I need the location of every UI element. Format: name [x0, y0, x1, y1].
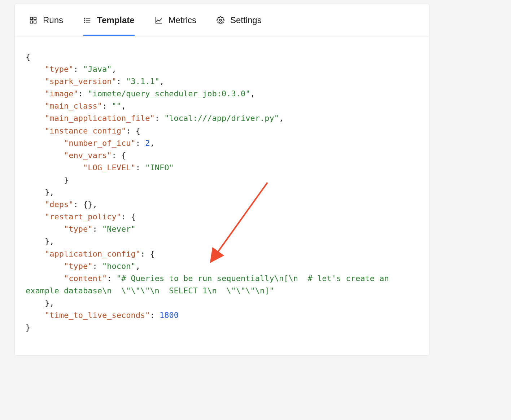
tab-label: Template	[97, 15, 135, 25]
svg-rect-1	[34, 17, 36, 19]
gear-icon	[217, 16, 224, 24]
svg-point-9	[84, 22, 85, 22]
tab-label: Settings	[230, 15, 262, 25]
tab-runs[interactable]: Runs	[29, 4, 63, 36]
code-block: { "type": "Java", "spark_version": "3.1.…	[26, 51, 418, 334]
svg-point-10	[219, 19, 222, 21]
svg-rect-0	[30, 17, 32, 19]
tab-template[interactable]: Template	[83, 4, 135, 36]
tab-settings[interactable]: Settings	[217, 4, 262, 36]
tab-metrics[interactable]: Metrics	[155, 4, 196, 36]
tab-bar: Runs Template Metrics	[15, 4, 429, 36]
svg-rect-3	[34, 21, 36, 23]
svg-point-8	[84, 20, 85, 21]
svg-point-7	[84, 18, 85, 18]
tab-label: Runs	[43, 15, 63, 25]
chart-icon	[155, 16, 163, 24]
config-panel: Runs Template Metrics	[14, 4, 429, 356]
list-icon	[83, 16, 91, 24]
template-code: { "type": "Java", "spark_version": "3.1.…	[15, 36, 429, 355]
svg-rect-2	[30, 21, 32, 23]
tab-label: Metrics	[169, 15, 196, 25]
grid-icon	[29, 16, 37, 24]
